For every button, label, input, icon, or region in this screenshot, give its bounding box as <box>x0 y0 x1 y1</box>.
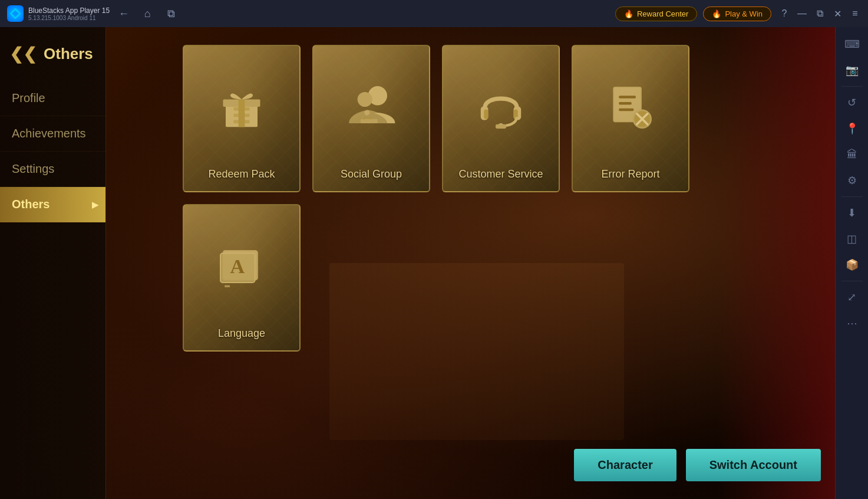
expand-icon: ⤢ <box>847 291 856 304</box>
reward-center-button[interactable]: 🔥 Reward Center <box>615 6 697 21</box>
svg-rect-21 <box>619 102 632 105</box>
sidebar-header: ❮❮ Others <box>0 45 105 81</box>
right-separator-1 <box>841 86 863 87</box>
sidebar-title: Others <box>44 45 93 63</box>
card-error-report[interactable]: Error Report <box>572 45 689 192</box>
tool-camera-button[interactable]: 📷 <box>840 58 864 83</box>
close-button[interactable]: ✕ <box>829 5 846 22</box>
tool-package-button[interactable]: 📦 <box>840 252 864 277</box>
svg-rect-7 <box>234 120 250 123</box>
card-service-label: Customer Service <box>458 168 543 180</box>
sidebar-back-icon: ❮❮ <box>9 46 37 63</box>
play-win-icon: 🔥 <box>712 9 721 18</box>
sidebar-item-settings-label: Settings <box>12 162 54 175</box>
tool-layers-button[interactable]: ◫ <box>840 226 864 251</box>
language-icon: A <box>215 240 268 293</box>
tool-building-button[interactable]: 🏛 <box>840 142 864 167</box>
tool-refresh-button[interactable]: ↺ <box>840 90 864 115</box>
app-name-container: BlueStacks App Player 15 5.13.215.1003 A… <box>28 6 110 21</box>
camera-icon: 📷 <box>846 64 859 77</box>
main-content: Redeem Pack Social Group <box>106 27 835 499</box>
svg-point-11 <box>364 110 369 115</box>
nav-home-button[interactable]: ⌂ <box>138 4 157 23</box>
sidebar-item-others-label: Others <box>12 198 49 211</box>
download-icon: ⬇ <box>847 206 856 219</box>
switch-account-button[interactable]: Switch Account <box>686 449 821 481</box>
svg-rect-22 <box>619 108 633 111</box>
svg-text:A: A <box>230 255 245 277</box>
svg-rect-5 <box>234 107 250 110</box>
sidebar-item-profile[interactable]: Profile <box>0 81 105 116</box>
tool-download-button[interactable]: ⬇ <box>840 201 864 225</box>
tool-cpu-button[interactable]: ⚙ <box>840 168 864 193</box>
sidebar-item-achievements-label: Achievements <box>12 127 86 140</box>
sidebar-item-profile-label: Profile <box>12 91 45 104</box>
reward-icon: 🔥 <box>624 9 633 18</box>
title-bar-left: BlueStacks App Player 15 5.13.215.1003 A… <box>0 4 615 23</box>
sidebar: ❮❮ Others Profile Achievements Settings … <box>0 27 106 499</box>
svg-rect-17 <box>496 124 506 128</box>
card-social-label: Social Group <box>341 168 402 180</box>
card-social-group[interactable]: Social Group <box>312 45 430 192</box>
cards-grid: Redeem Pack Social Group <box>183 45 713 352</box>
right-separator-2 <box>841 196 863 197</box>
svg-rect-14 <box>484 109 488 119</box>
more-icon: ⋯ <box>847 317 857 330</box>
svg-point-9 <box>358 91 372 106</box>
location-icon: 📍 <box>846 122 859 135</box>
card-language-label: Language <box>218 327 265 340</box>
card-redeem-pack[interactable]: Redeem Pack <box>183 45 301 192</box>
group-icon <box>345 81 398 134</box>
svg-rect-6 <box>234 113 250 116</box>
card-language[interactable]: A Language <box>183 204 301 352</box>
switch-account-label: Switch Account <box>709 458 797 471</box>
right-sidebar: ⌨ 📷 ↺ 📍 🏛 ⚙ ⬇ ◫ 📦 ⤢ ⋯ <box>835 27 868 499</box>
gift-icon <box>215 81 268 134</box>
headset-icon <box>474 81 527 134</box>
layers-icon: ◫ <box>847 232 857 245</box>
cpu-icon: ⚙ <box>847 174 857 187</box>
character-button[interactable]: Character <box>574 449 676 481</box>
play-win-button[interactable]: 🔥 Play & Win <box>703 6 771 21</box>
app-title: BlueStacks App Player 15 <box>28 6 110 15</box>
card-error-label: Error Report <box>601 168 659 180</box>
sidebar-item-others[interactable]: Others <box>0 187 105 222</box>
package-icon: 📦 <box>846 258 859 271</box>
report-icon <box>604 81 657 134</box>
title-bar: BlueStacks App Player 15 5.13.215.1003 A… <box>0 0 868 27</box>
keyboard-icon: ⌨ <box>844 38 860 51</box>
restore-button[interactable]: ⧉ <box>811 5 828 22</box>
minimize-button[interactable]: — <box>794 5 810 22</box>
card-customer-service[interactable]: Customer Service <box>442 45 560 192</box>
svg-rect-10 <box>361 119 378 123</box>
bottom-buttons: Character Switch Account <box>574 449 821 481</box>
right-separator-3 <box>841 281 863 281</box>
refresh-icon: ↺ <box>847 96 856 109</box>
svg-rect-30 <box>225 285 230 287</box>
svg-rect-20 <box>619 96 636 99</box>
tool-expand-button[interactable]: ⤢ <box>840 285 864 310</box>
nav-windows-button[interactable]: ⧉ <box>161 4 180 23</box>
expand-button[interactable]: ≡ <box>847 5 863 22</box>
title-bar-right: ? — ⧉ ✕ ≡ <box>771 5 868 22</box>
reward-center-label: Reward Center <box>637 9 688 18</box>
title-bar-center: 🔥 Reward Center 🔥 Play & Win <box>615 6 771 21</box>
nav-back-button[interactable]: ← <box>114 4 133 23</box>
tool-more-button[interactable]: ⋯ <box>840 311 864 336</box>
tool-keyboard-button[interactable]: ⌨ <box>840 32 864 57</box>
play-win-label: Play & Win <box>725 9 763 18</box>
help-button[interactable]: ? <box>776 5 793 22</box>
character-label: Character <box>598 458 652 471</box>
app-version: 5.13.215.1003 Android 11 <box>28 15 110 21</box>
app-logo <box>7 5 24 22</box>
sidebar-item-settings[interactable]: Settings <box>0 152 105 187</box>
tool-location-button[interactable]: 📍 <box>840 116 864 141</box>
card-redeem-label: Redeem Pack <box>208 168 275 180</box>
building-icon: 🏛 <box>847 149 857 161</box>
sidebar-item-achievements[interactable]: Achievements <box>0 116 105 152</box>
